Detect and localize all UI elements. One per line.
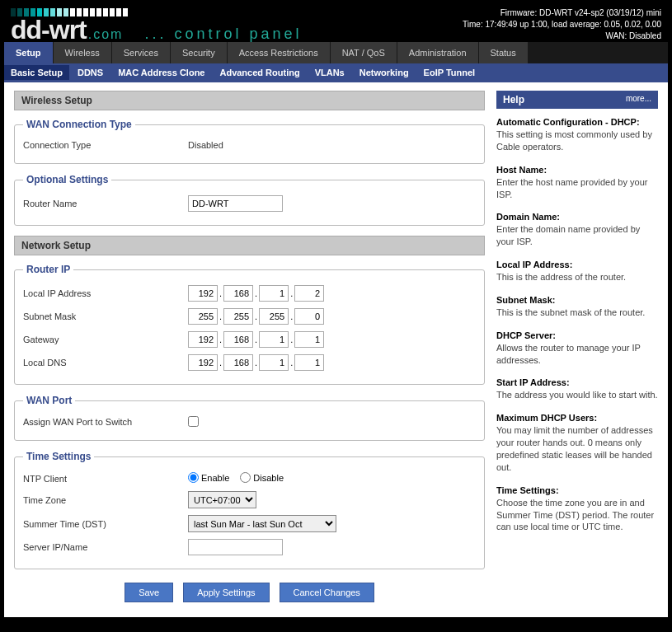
router-ip-fieldset: Router IP Local IP Address ... Subnet Ma… [14, 264, 485, 385]
time-settings-fieldset: Time Settings NTP Client Enable Disable … [14, 451, 485, 569]
tz-label: Time Zone [23, 495, 188, 505]
help-title: Help [503, 94, 524, 105]
tab-status[interactable]: Status [479, 42, 528, 63]
tab-security[interactable]: Security [171, 42, 227, 63]
subnet-oct2[interactable] [223, 308, 253, 325]
help-item: DHCP Server:Allows the router to manage … [496, 330, 658, 367]
optional-settings-fieldset: Optional Settings Router Name [14, 174, 485, 226]
tab-administration[interactable]: Administration [397, 42, 478, 63]
optional-legend: Optional Settings [23, 174, 111, 185]
help-item-title: Automatic Configuration - DHCP: [496, 117, 658, 127]
tab-setup[interactable]: Setup [4, 42, 53, 63]
router-name-input[interactable] [188, 195, 283, 212]
gateway-oct3[interactable] [259, 331, 289, 348]
gateway-oct1[interactable] [188, 331, 218, 348]
subtab-vlans[interactable]: VLANs [315, 68, 345, 77]
help-item: Host Name:Enter the host name provided b… [496, 165, 658, 201]
local-ip-oct1[interactable] [188, 285, 218, 302]
subtab-networking[interactable]: Networking [359, 68, 409, 77]
time-label: Time: 17:49:49 up 1:00, load average: 0.… [463, 19, 661, 30]
disable-label: Disable [253, 473, 284, 483]
help-item-desc: Enter the host name provided by your ISP… [496, 176, 658, 201]
help-item-desc: Enter the domain name provided by your I… [496, 223, 658, 248]
save-button[interactable]: Save [125, 583, 173, 602]
help-item-desc: Allows the router to manage your IP addr… [496, 342, 658, 367]
assign-wan-label: Assign WAN Port to Switch [23, 417, 188, 427]
cancel-button[interactable]: Cancel Changes [280, 583, 374, 602]
conn-type-label: Connection Type [23, 140, 188, 150]
dns-oct2[interactable] [223, 354, 253, 371]
tz-select[interactable]: UTC+07:00 [188, 491, 256, 508]
assign-wan-checkbox[interactable] [188, 416, 199, 427]
help-item-desc: Choose the time zone you are in and Summ… [496, 497, 658, 534]
help-item-title: Domain Name: [496, 212, 658, 222]
local-ip-oct3[interactable] [259, 285, 289, 302]
firmware-label: Firmware: DD-WRT v24-sp2 (03/19/12) mini [463, 7, 661, 19]
dns-label: Local DNS [23, 358, 188, 367]
help-item: Time Settings:Choose the time zone you a… [496, 485, 658, 534]
subnet-oct4[interactable] [294, 308, 324, 325]
brand-title: dd-wrt.com ... control panel [11, 18, 303, 42]
subtab-eoip-tunnel[interactable]: EoIP Tunnel [424, 68, 476, 77]
section-wireless-setup: Wireless Setup [14, 91, 485, 110]
help-item-title: Start IP Address: [496, 377, 658, 387]
help-item-title: DHCP Server: [496, 330, 658, 340]
tab-services[interactable]: Services [112, 42, 170, 63]
help-item-title: Local IP Address: [496, 260, 658, 269]
wan-status-label: WAN: Disabled [463, 30, 661, 42]
help-item-title: Maximum DHCP Users: [496, 413, 658, 423]
time-legend: Time Settings [23, 451, 94, 462]
dst-select[interactable]: last Sun Mar - last Sun Oct [188, 515, 336, 532]
help-item: Subnet Mask:This is the subnet mask of t… [496, 295, 658, 319]
gateway-oct2[interactable] [223, 331, 253, 348]
ntp-disable-radio[interactable] [240, 472, 251, 483]
local-ip-oct4[interactable] [294, 285, 324, 302]
header: dd-wrt.com ... control panel Firmware: D… [4, 4, 668, 42]
help-panel: Help more... Automatic Configuration - D… [496, 91, 658, 602]
dns-oct1[interactable] [188, 354, 218, 371]
enable-label: Enable [201, 473, 229, 483]
subnet-label: Subnet Mask [23, 311, 188, 321]
subtab-mac-clone[interactable]: MAC Address Clone [118, 68, 204, 77]
help-item-desc: You may limit the number of addresses yo… [496, 424, 658, 473]
local-ip-oct2[interactable] [223, 285, 253, 302]
wan-legend: WAN Connection Type [23, 119, 135, 130]
wan-port-fieldset: WAN Port Assign WAN Port to Switch [14, 395, 485, 441]
subtab-basic-setup[interactable]: Basic Setup [4, 65, 69, 80]
help-item-desc: The address you would like to start with… [496, 389, 658, 401]
help-more-link[interactable]: more... [626, 94, 651, 105]
subtab-ddns[interactable]: DDNS [78, 68, 103, 77]
main-tabs: Setup Wireless Services Security Access … [4, 42, 668, 63]
wan-connection-fieldset: WAN Connection Type Connection Type Disa… [14, 119, 485, 164]
help-item: Start IP Address:The address you would l… [496, 377, 658, 401]
server-input[interactable] [188, 539, 283, 555]
help-item-desc: This is the address of the router. [496, 271, 658, 283]
gateway-label: Gateway [23, 335, 188, 344]
help-item: Maximum DHCP Users:You may limit the num… [496, 413, 658, 473]
help-item: Local IP Address:This is the address of … [496, 260, 658, 283]
logo: dd-wrt.com ... control panel [11, 8, 303, 42]
local-ip-label: Local IP Address [23, 288, 188, 298]
help-item: Automatic Configuration - DHCP:This sett… [496, 117, 658, 153]
dns-oct3[interactable] [259, 354, 289, 371]
help-item-title: Subnet Mask: [496, 295, 658, 305]
subnet-oct3[interactable] [259, 308, 289, 325]
sub-tabs: Basic Setup DDNS MAC Address Clone Advan… [4, 63, 668, 82]
header-info: Firmware: DD-WRT v24-sp2 (03/19/12) mini… [463, 7, 661, 42]
tab-wireless[interactable]: Wireless [54, 42, 111, 63]
tab-access-restrictions[interactable]: Access Restrictions [228, 42, 330, 63]
tab-nat-qos[interactable]: NAT / QoS [331, 42, 397, 63]
gateway-oct4[interactable] [294, 331, 324, 348]
dns-oct4[interactable] [294, 354, 324, 371]
ntp-label: NTP Client [23, 474, 188, 484]
conn-type-value: Disabled [188, 140, 223, 150]
main-panel: Wireless Setup WAN Connection Type Conne… [14, 91, 485, 602]
help-item-title: Time Settings: [496, 485, 658, 495]
wan-port-legend: WAN Port [23, 395, 75, 406]
help-item-desc: This setting is most commonly used by Ca… [496, 129, 658, 153]
subtab-advanced-routing[interactable]: Advanced Routing [219, 68, 299, 77]
ntp-enable-radio[interactable] [188, 472, 199, 483]
subnet-oct1[interactable] [188, 308, 218, 325]
apply-button[interactable]: Apply Settings [183, 583, 269, 602]
help-item: Domain Name:Enter the domain name provid… [496, 212, 658, 248]
